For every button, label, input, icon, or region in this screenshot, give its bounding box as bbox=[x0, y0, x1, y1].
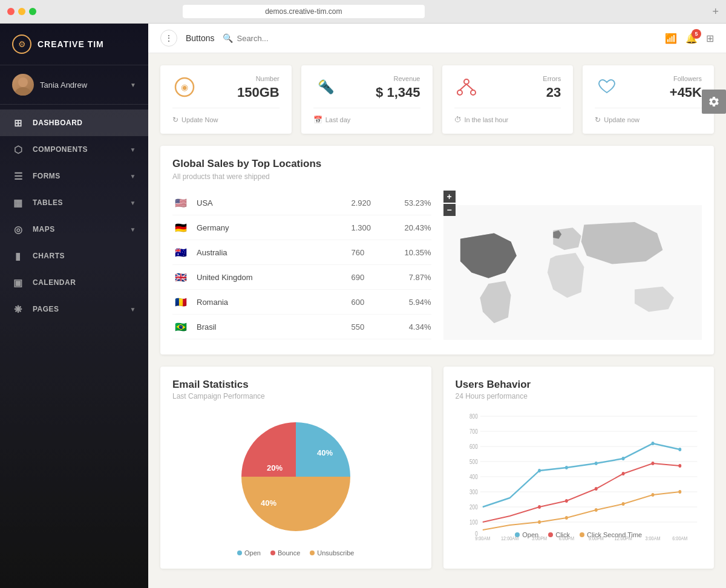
stat-footer-storage[interactable]: ↻ Update Now bbox=[172, 108, 280, 124]
stat-info-errors: Errors 23 bbox=[543, 75, 561, 100]
svg-text:100: 100 bbox=[469, 519, 478, 526]
nav-icon-charts: ▮ bbox=[12, 250, 24, 262]
stat-info-revenue: Revenue $ 1,345 bbox=[376, 75, 420, 100]
wifi-action[interactable]: 📶 bbox=[665, 33, 677, 44]
sidebar-item-tables[interactable]: ▦ TABLES ▼ bbox=[0, 189, 148, 216]
sales-table: 🇺🇸 USA 2.920 53.23% 🇩🇪 Germany 1.300 20.… bbox=[172, 191, 431, 342]
svg-text:800: 800 bbox=[469, 413, 478, 420]
new-tab-button[interactable]: + bbox=[712, 5, 719, 18]
dot-minimize[interactable] bbox=[18, 8, 25, 15]
stat-icon-followers bbox=[595, 75, 619, 99]
dot-close[interactable] bbox=[7, 8, 15, 15]
logo-text: CREATIVE TIM bbox=[38, 39, 104, 49]
sidebar-item-maps[interactable]: ◎ MAPS ▼ bbox=[0, 216, 148, 243]
country-name: USA bbox=[197, 198, 344, 207]
nav-chevron-forms: ▼ bbox=[130, 173, 136, 180]
footer-icon-followers: ↻ bbox=[595, 116, 601, 124]
sales-percent: 7.87% bbox=[395, 273, 431, 282]
sidebar-item-charts[interactable]: ▮ CHARTS bbox=[0, 243, 148, 269]
pie-legend: Open Bounce Unsubscribe bbox=[172, 549, 419, 557]
map-area: + − bbox=[443, 191, 702, 342]
nav-label-charts: CHARTS bbox=[33, 252, 65, 260]
svg-point-42 bbox=[621, 457, 624, 460]
svg-text:40%: 40% bbox=[261, 498, 276, 508]
svg-text:500: 500 bbox=[469, 459, 478, 465]
search-input[interactable] bbox=[237, 34, 338, 43]
page-title: Buttons bbox=[186, 33, 214, 43]
sidebar-item-dashboard[interactable]: ⊞ DASHBOARD bbox=[0, 109, 148, 136]
stat-label-followers: Followers bbox=[670, 75, 702, 82]
table-row: 🇧🇷 Brasil 550 4.34% bbox=[172, 315, 431, 339]
global-sales-subtitle: All products that were shipped bbox=[172, 172, 702, 181]
svg-text:700: 700 bbox=[469, 428, 478, 435]
sales-percent: 5.94% bbox=[395, 298, 431, 307]
menu-button[interactable]: ⋮ bbox=[160, 30, 177, 47]
svg-text:6:00AM: 6:00AM bbox=[672, 535, 687, 541]
stat-value-followers: +45K bbox=[670, 85, 702, 100]
sales-number: 600 bbox=[352, 298, 388, 307]
notification-action[interactable]: 🔔 5 bbox=[685, 33, 698, 44]
nav-label-dashboard: DASHBOARD bbox=[33, 119, 83, 127]
nav-label-pages: PAGES bbox=[33, 305, 59, 313]
map-zoom-in[interactable]: + bbox=[443, 191, 456, 203]
svg-point-6 bbox=[457, 90, 462, 95]
sidebar-item-calendar[interactable]: ▣ CALENDAR bbox=[0, 269, 148, 296]
sales-percent: 10.35% bbox=[395, 248, 431, 257]
footer-text-storage: Update Now bbox=[182, 116, 218, 123]
svg-point-52 bbox=[564, 516, 567, 520]
sidebar-user[interactable]: Tania Andrew ▼ bbox=[0, 65, 148, 105]
dot-maximize[interactable] bbox=[29, 8, 36, 15]
svg-point-40 bbox=[564, 466, 567, 469]
nav-label-maps: MAPS bbox=[33, 225, 55, 234]
legend-unsubscribe: Unsubscribe bbox=[310, 549, 354, 557]
footer-text-errors: In the last hour bbox=[465, 116, 509, 123]
svg-text:200: 200 bbox=[469, 504, 478, 511]
svg-point-54 bbox=[621, 502, 624, 506]
map-zoom-out[interactable]: − bbox=[443, 204, 456, 216]
sales-number: 690 bbox=[352, 273, 388, 282]
stat-value-errors: 23 bbox=[543, 85, 561, 100]
stat-footer-followers[interactable]: ↻ Update now bbox=[595, 108, 702, 124]
stat-card-revenue: 🔦 Revenue $ 1,345 📅 Last day bbox=[301, 65, 433, 134]
country-name: Germany bbox=[197, 223, 344, 232]
table-row: 🇩🇪 Germany 1.300 20.43% bbox=[172, 215, 431, 240]
topbar: ⋮ Buttons 🔍 📶 🔔 5 ⊞ bbox=[148, 24, 726, 53]
country-flag: 🇦🇺 bbox=[172, 246, 189, 258]
bottom-panels: Email Statistics Last Campaign Performan… bbox=[160, 367, 714, 569]
stat-value-revenue: $ 1,345 bbox=[376, 85, 420, 100]
sales-percent: 20.43% bbox=[395, 223, 431, 232]
stat-info-storage: Number 150GB bbox=[237, 75, 280, 100]
avatar bbox=[12, 74, 34, 96]
stat-footer-revenue[interactable]: 📅 Last day bbox=[313, 108, 420, 124]
stat-footer-errors[interactable]: ⏱ In the last hour bbox=[454, 108, 561, 124]
stat-card-top: ◉ Number 150GB bbox=[172, 75, 280, 100]
grid-action[interactable]: ⊞ bbox=[706, 33, 714, 44]
global-sales-panel: Global Sales by Top Locations All produc… bbox=[160, 146, 714, 354]
nav-chevron-maps: ▼ bbox=[130, 226, 136, 233]
sidebar-item-forms[interactable]: ☰ FORMS ▼ bbox=[0, 163, 148, 189]
svg-text:600: 600 bbox=[469, 443, 478, 450]
svg-point-5 bbox=[464, 79, 469, 84]
table-row: 🇺🇸 USA 2.920 53.23% bbox=[172, 191, 431, 215]
search-bar[interactable]: 🔍 bbox=[223, 33, 656, 43]
svg-point-41 bbox=[594, 462, 597, 465]
footer-icon-storage: ↻ bbox=[172, 116, 178, 124]
nav-chevron-components: ▼ bbox=[130, 146, 136, 153]
sales-percent: 53.23% bbox=[395, 198, 431, 207]
stat-icon-errors bbox=[454, 75, 479, 99]
svg-point-47 bbox=[594, 487, 597, 491]
line-chart: 800 700 600 500 400 300 200 100 0 9:00AM… bbox=[456, 410, 702, 531]
stat-card-top: 🔦 Revenue $ 1,345 bbox=[313, 75, 420, 100]
country-flag: 🇺🇸 bbox=[172, 197, 189, 209]
settings-gear-button[interactable] bbox=[702, 90, 726, 114]
nav-icon-components: ⬡ bbox=[12, 143, 24, 155]
app-layout: ⚙ CREATIVE TIM Tania Andrew ▼ ⊞ DASHBOAR… bbox=[0, 24, 726, 588]
sidebar-item-components[interactable]: ⬡ COMPONENTS ▼ bbox=[0, 136, 148, 163]
svg-line-9 bbox=[466, 84, 473, 90]
nav-icon-tables: ▦ bbox=[12, 197, 24, 209]
svg-point-56 bbox=[678, 490, 681, 494]
browser-url-bar[interactable]: demos.creative-tim.com bbox=[183, 5, 425, 18]
svg-point-0 bbox=[18, 77, 28, 87]
email-stats-title: Email Statistics bbox=[172, 379, 419, 391]
sidebar-item-pages[interactable]: ❋ PAGES ▼ bbox=[0, 296, 148, 322]
